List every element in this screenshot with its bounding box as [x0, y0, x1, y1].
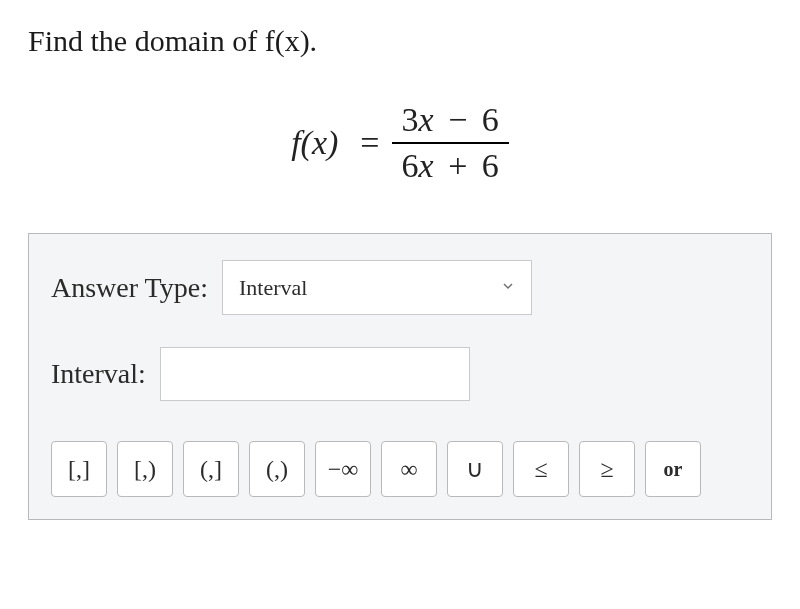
union-button[interactable]: ∪ — [447, 441, 503, 497]
answer-area: Answer Type: Interval Interval: [,][,)(,… — [28, 233, 772, 520]
infinity-button[interactable]: ∞ — [381, 441, 437, 497]
denominator: 6x + 6 — [392, 142, 509, 188]
interval-input[interactable] — [160, 347, 470, 401]
or-text-button[interactable]: or — [645, 441, 701, 497]
leq-button[interactable]: ≤ — [513, 441, 569, 497]
interval-label: Interval: — [51, 358, 146, 390]
bracket-closed-open-button[interactable]: [,) — [117, 441, 173, 497]
fraction: 3x − 6 6x + 6 — [392, 98, 509, 188]
answer-type-select-wrap: Interval — [222, 260, 532, 315]
question-prompt: Find the domain of f(x). — [28, 24, 772, 58]
bracket-open-closed-button[interactable]: (,] — [183, 441, 239, 497]
formula-lhs: f(x) — [291, 124, 338, 162]
bracket-closed-closed-button[interactable]: [,] — [51, 441, 107, 497]
symbol-button-row: [,][,)(,](,)−∞∞∪≤≥or — [51, 441, 749, 497]
numerator: 3x − 6 — [392, 98, 509, 142]
neg-infinity-button[interactable]: −∞ — [315, 441, 371, 497]
equals-sign: = — [360, 124, 379, 162]
function-formula: f(x) = 3x − 6 6x + 6 — [291, 98, 509, 188]
answer-type-label: Answer Type: — [51, 272, 208, 304]
geq-button[interactable]: ≥ — [579, 441, 635, 497]
bracket-open-open-button[interactable]: (,) — [249, 441, 305, 497]
formula-row: f(x) = 3x − 6 6x + 6 — [28, 98, 772, 188]
interval-row: Interval: — [51, 347, 749, 401]
answer-type-row: Answer Type: Interval — [51, 260, 749, 315]
answer-type-select[interactable]: Interval — [222, 260, 532, 315]
